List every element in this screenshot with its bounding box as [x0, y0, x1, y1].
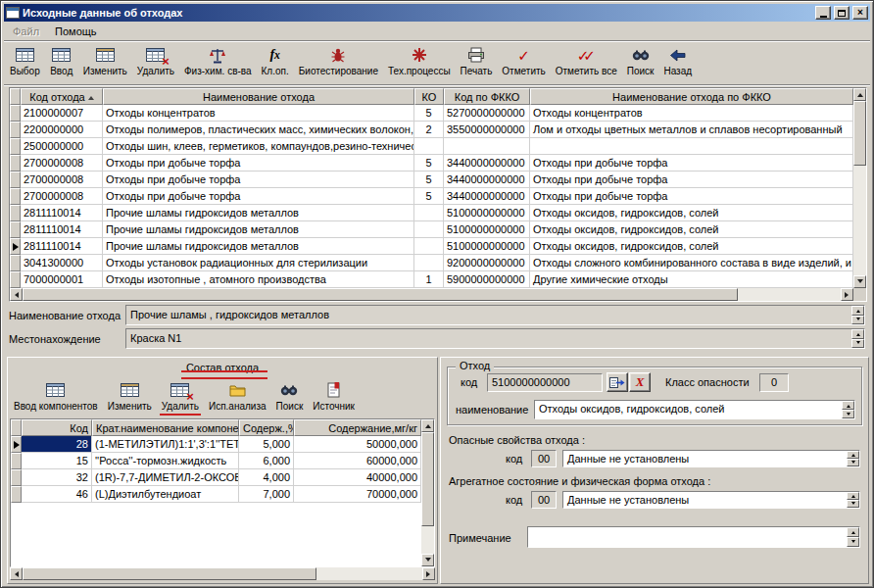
- table-cell[interactable]: 1: [414, 271, 444, 288]
- delete-component-button[interactable]: × Удалить: [158, 379, 203, 414]
- hazard-code-field[interactable]: 00: [531, 450, 557, 467]
- table-row[interactable]: 28(1-МЕТИЛЭТИЛ)1:1',3':1''ТЕТРАС5,000500…: [11, 436, 421, 453]
- select-fkko-button[interactable]: [607, 372, 628, 392]
- spinner[interactable]: [847, 492, 859, 508]
- table-row[interactable]: 3041300000Отходы установок радиационных …: [10, 255, 853, 271]
- waste-horizontal-scrollbar[interactable]: [10, 288, 853, 301]
- search-component-button[interactable]: Поиск: [272, 379, 308, 414]
- spin-down-button[interactable]: [851, 339, 864, 349]
- column-header[interactable]: КО: [414, 88, 444, 105]
- table-cell[interactable]: 5,000: [239, 436, 294, 453]
- scroll-down-button[interactable]: [853, 275, 866, 288]
- table-cell[interactable]: 70000,000: [294, 486, 421, 503]
- table-cell[interactable]: [414, 238, 444, 255]
- table-cell[interactable]: Отходы при добыче торфа: [103, 188, 414, 205]
- table-cell[interactable]: Отходы сложного комбинированного состава…: [530, 255, 853, 271]
- maximize-button[interactable]: [834, 6, 850, 20]
- table-row[interactable]: 2700000008Отходы при добыче торфа5344000…: [10, 155, 853, 172]
- table-cell[interactable]: Прочие шламы гидроксидов металлов: [103, 238, 414, 255]
- edit-button[interactable]: Изменить: [79, 44, 131, 78]
- spinner[interactable]: [851, 329, 864, 348]
- column-header[interactable]: Крат.наименование компонента: [92, 419, 239, 436]
- mark-button[interactable]: ✓ Отметить: [498, 44, 549, 78]
- hazardclass-button[interactable]: fx Кл.оп.: [258, 44, 293, 78]
- fkko-name-field[interactable]: Отходы оксидов, гидроксидов, солей: [534, 400, 855, 419]
- table-cell[interactable]: 7000000001: [21, 271, 103, 288]
- table-cell[interactable]: 3440000000000: [444, 188, 530, 205]
- spinner[interactable]: [842, 401, 854, 418]
- table-cell[interactable]: 3440000000000: [444, 172, 530, 188]
- table-row[interactable]: 2811110014Прочие шламы гидроксидов метал…: [10, 221, 853, 238]
- scroll-thumb[interactable]: [853, 101, 866, 166]
- table-cell[interactable]: 32: [22, 469, 92, 486]
- spin-down-button[interactable]: [847, 459, 859, 466]
- table-row[interactable]: 2700000008Отходы при добыче торфа5344000…: [10, 188, 853, 205]
- table-cell[interactable]: 2700000008: [21, 155, 103, 172]
- table-cell[interactable]: Отходы установок радиационных для стерил…: [103, 255, 414, 271]
- column-header[interactable]: Наименование отхода: [103, 88, 414, 105]
- column-header[interactable]: Содерж.,%: [239, 419, 294, 436]
- table-cell[interactable]: 5100000000000: [444, 238, 530, 255]
- mark-all-button[interactable]: ✓✓ Отметить все: [552, 44, 621, 78]
- table-row[interactable]: 2100000007Отходы концентратов55270000000…: [10, 105, 853, 122]
- waste-name-field[interactable]: Прочие шламы , гидроксидов металлов: [125, 305, 865, 325]
- use-analysis-button[interactable]: Исп.анализа: [205, 379, 270, 414]
- table-cell[interactable]: Отходы при добыче торфа: [530, 172, 853, 188]
- table-cell[interactable]: 60000,000: [294, 453, 421, 469]
- component-horizontal-scrollbar[interactable]: [10, 567, 435, 580]
- table-cell[interactable]: 2500000000: [21, 138, 103, 155]
- spin-up-button[interactable]: [842, 401, 854, 410]
- table-cell[interactable]: (1R)-7,7-ДИМЕТИЛ-2-ОКСОБИЦ: [92, 469, 239, 486]
- table-cell[interactable]: 3041300000: [21, 255, 103, 271]
- table-cell[interactable]: ''Росса''-тормозн.жидкость: [92, 453, 239, 469]
- table-cell[interactable]: (1-МЕТИЛЭТИЛ)1:1',3':1''ТЕТРАС: [92, 436, 239, 453]
- table-cell[interactable]: Лом и отходы цветных металлов и сплавов …: [530, 122, 853, 138]
- state-code-field[interactable]: 00: [531, 491, 557, 509]
- table-cell[interactable]: 40000,000: [294, 469, 421, 486]
- table-row[interactable]: 2700000008Отходы при добыче торфа5344000…: [10, 172, 853, 188]
- table-cell[interactable]: 6,000: [239, 453, 294, 469]
- table-row[interactable]: 7000000001Отходы изотопные , атомного пр…: [10, 271, 853, 288]
- table-cell[interactable]: (L)Диэтилбутендиоат: [92, 486, 239, 503]
- spin-down-button[interactable]: [851, 316, 864, 325]
- table-row[interactable]: 32(1R)-7,7-ДИМЕТИЛ-2-ОКСОБИЦ4,00040000,0…: [11, 469, 421, 486]
- spin-up-button[interactable]: [847, 492, 859, 500]
- spin-down-button[interactable]: [842, 410, 854, 418]
- table-cell[interactable]: 9200000000000: [444, 255, 530, 271]
- table-cell[interactable]: Отходы концентратов: [530, 105, 853, 122]
- table-cell[interactable]: Отходы шин, клеев, герметиков, компаундо…: [103, 138, 414, 155]
- table-row[interactable]: 46(L)Диэтилбутендиоат7,00070000,000: [11, 486, 421, 503]
- table-cell[interactable]: Отходы изотопные , атомного производства: [103, 271, 414, 288]
- select-button[interactable]: Выбор: [6, 44, 44, 78]
- table-row[interactable]: 2811110014Прочие шламы гидроксидов метал…: [10, 205, 853, 221]
- table-cell[interactable]: 3440000000000: [444, 155, 530, 172]
- table-cell[interactable]: Отходы при добыче торфа: [530, 155, 853, 172]
- location-field[interactable]: Краска N1: [125, 328, 865, 349]
- spinner[interactable]: [847, 451, 859, 466]
- table-cell[interactable]: 28: [22, 436, 92, 453]
- scroll-left-button[interactable]: [10, 288, 23, 301]
- table-cell[interactable]: Отходы оксидов, гидроксидов, солей: [530, 221, 853, 238]
- scroll-thumb[interactable]: [23, 567, 316, 580]
- table-cell[interactable]: 4,000: [239, 469, 294, 486]
- table-cell[interactable]: 5270000000000: [444, 105, 530, 122]
- table-cell[interactable]: Отходы концентратов: [103, 105, 414, 122]
- source-button[interactable]: Источник: [309, 379, 359, 414]
- input-button[interactable]: Ввод: [46, 44, 77, 78]
- spin-up-button[interactable]: [851, 306, 864, 316]
- component-vertical-scrollbar[interactable]: [421, 419, 434, 566]
- table-cell[interactable]: 2811110014: [21, 238, 103, 255]
- table-cell[interactable]: Отходы при добыче торфа: [530, 188, 853, 205]
- back-button[interactable]: Назад: [659, 44, 696, 78]
- spin-up-button[interactable]: [851, 329, 864, 339]
- table-cell[interactable]: Отходы оксидов, гидроксидов, солей: [530, 205, 853, 221]
- physchem-button[interactable]: Физ-хим. св-ва: [180, 44, 256, 78]
- table-cell[interactable]: [414, 205, 444, 221]
- menu-help[interactable]: Помощь: [47, 24, 105, 39]
- clear-fkko-button[interactable]: X: [629, 372, 651, 392]
- table-cell[interactable]: 2100000007: [21, 105, 103, 122]
- table-cell[interactable]: Отходы полимеров, пластических масс, хим…: [103, 122, 414, 138]
- state-value-field[interactable]: Данные не установлены: [562, 491, 860, 509]
- scroll-right-button[interactable]: [422, 567, 435, 580]
- table-cell[interactable]: 15: [22, 453, 92, 469]
